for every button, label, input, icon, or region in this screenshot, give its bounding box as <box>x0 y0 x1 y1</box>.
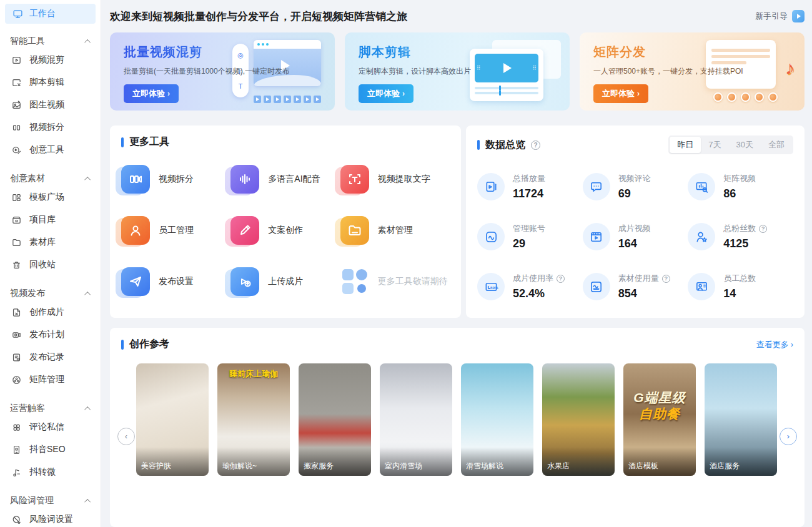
sidebar-section-video-publish[interactable]: 视频发布 <box>0 286 101 301</box>
sidebar-item-label: 视频混剪 <box>29 54 64 66</box>
sidebar-item-label: 抖音SEO <box>29 444 66 455</box>
tab-30-days[interactable]: 30天 <box>729 137 761 153</box>
video-caption: 酒店服务 <box>705 447 777 476</box>
help-icon[interactable]: ? <box>557 275 565 283</box>
sidebar: 工作台 智能工具 视频混剪 脚本剪辑 图生视频 视频拆分 创意工具 创意素材 <box>0 0 101 527</box>
workbench-icon <box>12 9 23 19</box>
material-management-icon <box>340 216 369 245</box>
section-label: 运营触客 <box>10 403 45 414</box>
sidebar-item-recycle-bin[interactable]: 回收站 <box>0 254 101 276</box>
banner-batch-video-mix[interactable]: 批量视频混剪 批量剪辑(一天批量剪辑1000个视频),一键定时发布 立即体验› … <box>110 32 335 111</box>
video-thumb-indoor-ski[interactable]: 室内滑雪场 <box>380 363 452 476</box>
sidebar-item-project-library[interactable]: 项目库 <box>0 209 101 231</box>
tool-label: 上传成片 <box>268 276 303 287</box>
video-thumb-fruit-shop[interactable]: 水果店 <box>542 363 615 476</box>
tool-ai-voice[interactable]: 多语言AI配音 <box>230 165 340 194</box>
sidebar-item-creative-tools[interactable]: 创意工具 <box>0 139 101 161</box>
matrix-video-icon <box>688 173 715 200</box>
sidebar-item-risk-word-settings[interactable]: 风险词设置 <box>0 508 101 527</box>
matrix-management-icon <box>11 375 22 385</box>
sidebar-section-creative-material[interactable]: 创意素材 <box>0 171 101 186</box>
video-thumb-yoga[interactable]: 睡前床上瑜伽 瑜伽解说~ <box>217 363 290 476</box>
section-label: 视频发布 <box>10 288 45 299</box>
video-thumb-ski-commentary[interactable]: 滑雪场解说 <box>461 363 533 476</box>
chevron-up-icon <box>84 176 91 182</box>
sidebar-item-script-edit[interactable]: 脚本剪辑 <box>0 71 101 94</box>
video-comment-icon <box>583 173 610 200</box>
try-now-button[interactable]: 立即体验› <box>593 84 648 103</box>
tool-extract-text[interactable]: 视频提取文字 <box>340 165 450 194</box>
sidebar-item-video-mix[interactable]: 视频混剪 <box>0 49 101 71</box>
topbar: 欢迎来到短视频批量创作与分发平台，开启短视频矩阵营销之旅 新手引导 <box>110 0 805 32</box>
sidebar-item-label: 模板广场 <box>29 192 64 203</box>
tool-more-coming[interactable]: 更多工具敬请期待 <box>340 267 450 296</box>
help-icon[interactable]: ? <box>531 140 540 150</box>
video-caption: 室内滑雪场 <box>380 447 452 476</box>
svg-text:50%: 50% <box>490 285 498 289</box>
sidebar-item-matrix-management[interactable]: 矩阵管理 <box>0 368 101 391</box>
newbie-guide-button[interactable]: 新手引导 <box>755 10 805 22</box>
more-tools-icon <box>340 267 369 296</box>
carousel-next-button[interactable]: › <box>780 428 797 445</box>
stat-staff-total: 员工总数14 <box>688 273 793 300</box>
sidebar-item-workbench[interactable]: 工作台 <box>5 4 96 24</box>
sidebar-item-label: 矩阵管理 <box>29 374 64 385</box>
sidebar-item-image-to-video[interactable]: 图生视频 <box>0 94 101 116</box>
sidebar-item-create-film[interactable]: 创作成片 <box>0 301 101 323</box>
section-label: 风险词管理 <box>10 495 54 506</box>
tab-yesterday[interactable]: 昨日 <box>670 137 701 153</box>
sidebar-item-material-library[interactable]: 素材库 <box>0 231 101 254</box>
banner-subtitle: 定制脚本剪辑，设计脚本高效出片 <box>359 66 556 77</box>
video-thumb-hotel-service[interactable]: 酒店服务 <box>705 363 777 476</box>
template-plaza-icon <box>11 192 22 203</box>
try-now-button[interactable]: 立即体验› <box>124 84 179 103</box>
section-label: 创意素材 <box>10 173 45 184</box>
play-guide-icon[interactable] <box>792 10 805 22</box>
video-thumb-skincare[interactable]: 美容护肤 <box>136 363 209 476</box>
creation-reference-panel: 创作参考 查看更多› 美容护肤 睡前床上瑜伽 瑜伽解说~ 搬家服务 室内 <box>110 328 805 527</box>
material-library-icon <box>11 237 22 248</box>
tool-publish-settings[interactable]: 发布设置 <box>121 267 230 296</box>
data-overview-panel: 数据总览 ? 昨日 7天 30天 全部 总播放量11724 <box>466 126 805 318</box>
stat-total-fans: 总粉丝数?4125 <box>688 223 793 250</box>
tab-7-days[interactable]: 7天 <box>701 137 728 153</box>
tab-all[interactable]: 全部 <box>761 137 792 153</box>
tool-copywriting[interactable]: 文案创作 <box>230 216 340 245</box>
tool-material-management[interactable]: 素材管理 <box>340 216 450 245</box>
chevron-right-icon: › <box>402 89 405 98</box>
try-now-button[interactable]: 立即体验› <box>359 84 413 103</box>
sidebar-item-label: 脚本剪辑 <box>29 77 64 88</box>
chevron-up-icon <box>84 39 91 45</box>
sidebar-item-douyin-seo[interactable]: 抖音SEO <box>0 438 101 461</box>
panels-row: 更多工具 视频拆分 多语言AI配音 视频提取文字 <box>110 126 805 318</box>
more-tools-title: 更多工具 <box>129 135 169 149</box>
banner-matrix-distribution[interactable]: 矩阵分发 一人管理500+账号，一键分发，支持挂载POI 立即体验› ♪ <box>580 32 805 111</box>
tool-video-split[interactable]: 视频拆分 <box>121 165 230 194</box>
tool-upload-film[interactable]: 上传成片 <box>230 267 340 296</box>
creation-reference-title: 创作参考 <box>129 338 169 351</box>
video-thumb-moving-service[interactable]: 搬家服务 <box>299 363 371 476</box>
sidebar-item-publish-record[interactable]: 发布记录 <box>0 346 101 368</box>
video-thumb-hotel-template[interactable]: G端星级自助餐 酒店模板 <box>623 363 696 476</box>
tool-staff-management[interactable]: 员工管理 <box>121 216 230 245</box>
sidebar-section-operation[interactable]: 运营触客 <box>0 401 101 416</box>
carousel-prev-button[interactable]: ‹ <box>117 428 135 445</box>
sidebar-item-video-split[interactable]: 视频拆分 <box>0 116 101 139</box>
upload-film-icon <box>230 267 259 296</box>
sidebar-item-template-plaza[interactable]: 模板广场 <box>0 186 101 209</box>
sidebar-section-smart-tools[interactable]: 智能工具 <box>0 34 101 49</box>
sidebar-item-label: 创作成片 <box>29 307 64 318</box>
sidebar-item-publish-plan[interactable]: 发布计划 <box>0 323 101 346</box>
banner-script-edit[interactable]: 脚本剪辑 定制脚本剪辑，设计脚本高效出片 立即体验› <box>345 32 570 111</box>
sidebar-item-label: 素材库 <box>29 237 56 248</box>
video-mix-icon <box>11 55 22 66</box>
video-caption: 搬家服务 <box>299 447 371 476</box>
help-icon[interactable]: ? <box>759 225 767 233</box>
sidebar-item-comment-dm[interactable]: 评论私信 <box>0 416 101 438</box>
view-more-link[interactable]: 查看更多› <box>756 339 793 350</box>
stat-managed-accounts: 管理账号29 <box>477 223 583 250</box>
help-icon[interactable]: ? <box>662 275 670 283</box>
sidebar-section-risk-words[interactable]: 风险词管理 <box>0 493 101 508</box>
sidebar-item-douyin-to-wechat[interactable]: 抖转微 <box>0 461 101 483</box>
tool-label: 文案创作 <box>268 225 303 236</box>
